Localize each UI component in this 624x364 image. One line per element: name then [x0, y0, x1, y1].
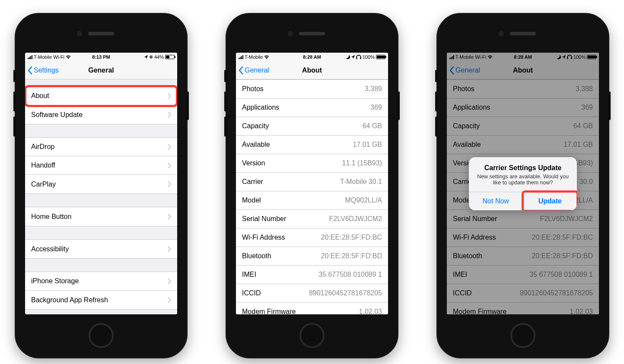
status-bar: T-Mobile Wi-Fi 8:13 PM ✻ 44%	[25, 53, 177, 61]
row-label: Software Update	[31, 111, 168, 119]
headphones-icon	[356, 55, 361, 59]
info-row-bluetooth[interactable]: Bluetooth20:EE:28:5F:FD:BD	[236, 247, 388, 266]
info-row-modem-firmware[interactable]: Modem Firmware1.02.03	[236, 303, 388, 314]
row-value: 20:EE:28:5F:FD:BC	[321, 234, 382, 241]
alert-title: Carrier Settings Update	[469, 157, 577, 174]
phone-frame-3: T-Mobile Wi-Fi 8:28 AM 100% General Abou…	[436, 13, 609, 358]
settings-row-accessibility[interactable]: Accessibility	[25, 240, 177, 258]
content-general[interactable]: AboutSoftware UpdateAirDropHandoffCarPla…	[25, 79, 177, 314]
row-label: Applications	[242, 104, 370, 111]
chevron-right-icon	[168, 246, 171, 252]
row-label: Modem Firmware	[242, 308, 359, 314]
battery-icon	[165, 55, 175, 59]
row-value: 11.1 (15B93)	[342, 159, 382, 167]
chevron-right-icon	[168, 297, 171, 303]
chevron-left-icon	[239, 66, 244, 75]
status-time: 8:13 PM	[92, 54, 110, 60]
battery-icon	[376, 55, 385, 59]
phone-frame-2: T-Mobile 8:28 AM 100% General About Phot…	[226, 13, 398, 358]
location-icon	[144, 55, 148, 59]
alert-update-button[interactable]: Update	[523, 192, 577, 210]
row-label: ICCID	[242, 289, 309, 297]
row-label: CarPlay	[31, 180, 168, 188]
row-label: Accessibility	[31, 245, 168, 253]
row-value: 20:EE:28:5F:FD:BD	[321, 252, 382, 260]
signal-icon	[28, 55, 32, 59]
row-value: 8901260452781678205	[309, 289, 382, 297]
status-battery-pct: 44%	[154, 54, 164, 60]
status-carrier: T-Mobile	[245, 54, 263, 60]
info-row-model[interactable]: ModelMQ902LL/A	[236, 191, 388, 210]
settings-row-iphone-storage[interactable]: iPhone Storage	[25, 272, 177, 291]
chevron-right-icon	[168, 112, 171, 117]
chevron-right-icon	[168, 163, 171, 168]
info-row-available[interactable]: Available17.01 GB	[236, 136, 388, 154]
row-value: 1.02.03	[359, 308, 382, 314]
row-value: 64 GB	[363, 122, 382, 130]
settings-row-carplay[interactable]: CarPlay	[25, 175, 177, 193]
info-row-wi-fi-address[interactable]: Wi-Fi Address20:EE:28:5F:FD:BC	[236, 228, 388, 247]
home-button[interactable]	[299, 323, 325, 348]
settings-row-handoff[interactable]: Handoff	[25, 156, 177, 175]
row-label: Available	[242, 141, 353, 149]
chevron-right-icon	[168, 93, 171, 99]
status-bar: T-Mobile 8:28 AM 100%	[236, 53, 388, 61]
alert-not-now-button[interactable]: Not Now	[469, 192, 523, 210]
chevron-right-icon	[168, 279, 171, 284]
row-label: iPhone Storage	[31, 277, 168, 285]
chevron-right-icon	[168, 214, 171, 219]
row-label: Capacity	[242, 122, 363, 130]
row-value: MQ902LL/A	[345, 196, 382, 204]
settings-row-about[interactable]: About	[25, 87, 177, 105]
row-value: F2LV6DJWJCM2	[329, 215, 382, 223]
row-label: Carrier	[242, 178, 340, 186]
screen-3: T-Mobile Wi-Fi 8:28 AM 100% General Abou…	[447, 53, 599, 314]
info-row-imei[interactable]: IMEI35 677508 010089 1	[236, 266, 388, 284]
wifi-icon	[66, 55, 71, 59]
row-value: 369	[370, 104, 382, 111]
row-label: About	[31, 92, 168, 100]
home-button[interactable]	[89, 323, 114, 348]
back-button[interactable]: General	[239, 61, 269, 79]
info-row-photos[interactable]: Photos3,389	[236, 80, 388, 98]
row-label: Bluetooth	[242, 252, 321, 260]
settings-row-airdrop[interactable]: AirDrop	[25, 138, 177, 156]
info-row-capacity[interactable]: Capacity64 GB	[236, 117, 388, 136]
screen-1: T-Mobile Wi-Fi 8:13 PM ✻ 44% Settings Ge…	[25, 53, 177, 314]
settings-row-background-app-refresh[interactable]: Background App Refresh	[25, 291, 177, 309]
back-label: General	[245, 66, 269, 74]
status-carrier: T-Mobile Wi-Fi	[34, 54, 64, 60]
chevron-right-icon	[168, 144, 171, 150]
row-value: 3,389	[365, 85, 382, 93]
home-button[interactable]	[510, 323, 535, 348]
back-button[interactable]: Settings	[28, 61, 59, 79]
chevron-right-icon	[168, 181, 171, 187]
status-battery-pct: 100%	[363, 54, 375, 60]
row-label: Background App Refresh	[31, 296, 168, 304]
content-about[interactable]: Photos3,389Applications369Capacity64 GBA…	[236, 79, 388, 314]
location-icon	[351, 55, 355, 59]
info-row-serial-number[interactable]: Serial NumberF2LV6DJWJCM2	[236, 210, 388, 228]
info-row-applications[interactable]: Applications369	[236, 98, 388, 117]
info-row-carrier[interactable]: CarrierT-Mobile 30.1	[236, 173, 388, 191]
dnd-icon	[346, 55, 350, 59]
row-label: AirDrop	[31, 143, 168, 151]
settings-row-home-button[interactable]: Home Button	[25, 207, 177, 226]
info-row-version[interactable]: Version11.1 (15B93)	[236, 154, 388, 173]
row-label: Serial Number	[242, 215, 329, 223]
wifi-icon	[264, 55, 269, 59]
row-label: Model	[242, 196, 345, 204]
screen-2: T-Mobile 8:28 AM 100% General About Phot…	[236, 53, 388, 314]
row-label: Home Button	[31, 213, 168, 221]
modal-overlay: Carrier Settings Update New settings are…	[447, 53, 599, 314]
alert-message: New settings are available. Would you li…	[469, 174, 577, 192]
settings-row-software-update[interactable]: Software Update	[25, 105, 177, 124]
row-value: 17.01 GB	[353, 141, 382, 149]
row-value: T-Mobile 30.1	[340, 178, 382, 186]
back-label: Settings	[34, 66, 59, 74]
row-label: Version	[242, 159, 342, 167]
info-row-iccid[interactable]: ICCID8901260452781678205	[236, 284, 388, 303]
chevron-left-icon	[28, 66, 33, 75]
nav-title: General	[88, 66, 114, 74]
status-time: 8:28 AM	[303, 54, 321, 60]
